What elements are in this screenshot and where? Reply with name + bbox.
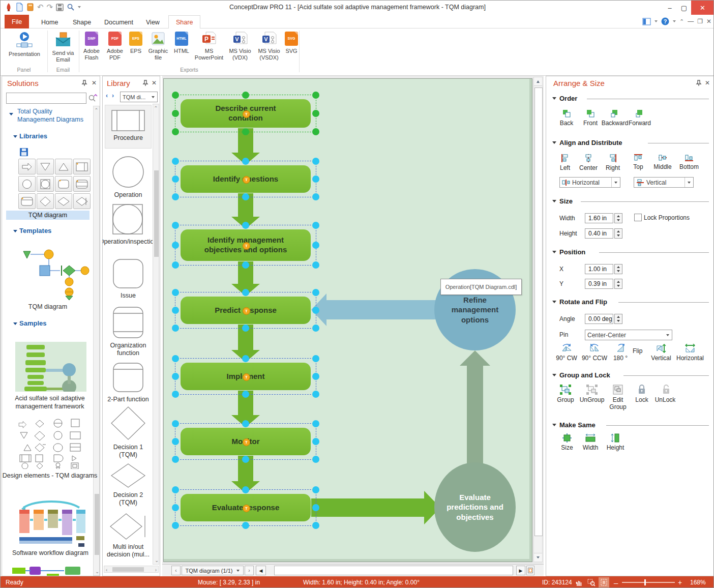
library-item-decision1[interactable]: Decision 1 (TQM) [104,406,153,459]
panel-layout-icon[interactable] [642,18,651,25]
selection-handle[interactable] [312,289,319,296]
selection-handle[interactable] [312,486,319,493]
libraries-header[interactable]: Libraries [19,132,47,140]
selection-handle[interactable] [242,456,249,463]
close-panel-icon[interactable]: ✕ [152,79,157,86]
selection-handle[interactable] [172,522,179,529]
align-top-button[interactable]: Top [629,154,648,170]
library-item-organization-function[interactable]: Organization function [104,306,153,357]
selection-handle[interactable] [172,261,179,269]
scrollbar-thumb[interactable] [534,87,543,536]
make-same-height-button[interactable]: Height [603,433,628,451]
angle-spinner[interactable] [614,314,622,324]
expander-icon[interactable] [13,322,17,325]
shape-tile-frame-icon[interactable] [73,159,91,174]
help-icon[interactable]: ? [661,17,669,25]
zoom-slider-track[interactable] [622,582,675,583]
selection-handle[interactable] [312,438,319,445]
doc-minimize-icon[interactable]: — [688,18,694,25]
tab-home[interactable]: Home [34,16,65,28]
pin-icon[interactable] [142,80,148,86]
zoom-select-icon[interactable] [587,579,596,588]
selection-handle[interactable] [312,325,319,332]
rotate-90ccw-button[interactable]: 90° CCW [580,344,609,362]
size-section-header[interactable]: Size [552,197,573,205]
text-edit-badge-icon[interactable]: T [243,373,250,381]
width-spinner[interactable] [614,213,622,223]
library-item-decision2[interactable]: Decision 2 (TQM) [104,463,153,507]
library-item-issue[interactable]: Issue [104,258,153,300]
shape-tile-triangle-up-icon[interactable] [55,159,72,174]
selection-handle[interactable] [172,110,179,117]
tab-shape[interactable]: Shape [66,16,98,28]
selection-handle[interactable] [172,438,179,445]
selection-handle[interactable] [242,289,249,296]
tab-file[interactable]: File [5,15,29,28]
selection-handle[interactable] [172,355,179,362]
align-center-button[interactable]: Center [577,154,600,171]
align-bottom-button[interactable]: Bottom [676,154,702,170]
selection-handle[interactable] [172,456,179,463]
solutions-search-icon[interactable] [87,93,98,102]
scroll-left-icon[interactable]: ◀ [256,566,266,575]
template-label[interactable]: TQM diagram [2,303,94,311]
make-same-size-button[interactable]: Size [557,433,577,451]
rotate-section-header[interactable]: Rotate and Flip [552,298,607,306]
selection-handle[interactable] [312,504,319,511]
canvas-h-scrollbar[interactable] [274,566,513,575]
refine-feedback-arrow[interactable] [326,300,444,319]
selection-handle[interactable] [312,391,319,398]
height-spinner[interactable] [614,228,622,239]
sample-software-workflow-label[interactable]: Software workflow diagram [3,549,98,557]
selection-handle[interactable] [242,325,249,332]
drawing-page[interactable]: Refine management options Evaluate predi… [163,78,532,562]
library-item-procedure[interactable]: Procedure [104,110,153,142]
selection-handle[interactable] [172,325,179,332]
distribute-vertical-dropdown[interactable]: Vertical [634,177,694,188]
expander-icon[interactable] [9,113,13,115]
scrollbar-thumb[interactable] [112,567,144,572]
flow-node-wrapper[interactable]: Identify questions T [175,161,316,197]
close-button[interactable]: ✕ [691,1,714,15]
presentation-button[interactable]: Presentation [5,32,44,57]
minimize-button[interactable]: – [663,1,677,15]
pin-icon[interactable] [696,80,702,86]
text-edit-badge-icon[interactable]: T [243,307,250,315]
scrollbar-thumb[interactable] [154,170,159,257]
selection-handle[interactable] [312,420,319,427]
library-scrollbar[interactable]: ⌃ ⌄ [153,104,159,565]
selection-handle[interactable] [172,420,179,427]
selection-handle[interactable] [172,92,179,99]
distribute-horizontal-dropdown[interactable]: Horizontal [559,177,620,188]
shape-tile-diamond2-icon[interactable] [55,193,72,209]
library-tile-tqm[interactable]: TQM diagram [6,211,90,220]
rotate-90cw-button[interactable]: 90° CW [553,344,580,362]
zoom-in-icon[interactable]: + [678,576,682,588]
sample-design-elements-label[interactable]: Design elements - TQM diagrams [2,472,98,480]
next-page-icon[interactable]: › [245,566,254,575]
doc-close-icon[interactable]: ✕ [706,18,711,25]
selection-handle[interactable] [312,222,319,229]
pin-icon[interactable] [81,80,87,86]
x-spinner[interactable] [614,264,622,274]
canvas-v-scrollbar[interactable] [533,77,543,562]
selection-handle[interactable] [242,420,249,427]
solutions-search-input[interactable] [6,93,86,104]
flow-node-wrapper[interactable]: Identify management objectives and optio… [175,225,316,266]
selection-handle[interactable] [242,355,249,362]
tab-view[interactable]: View [139,16,167,28]
tab-document[interactable]: Document [97,16,140,28]
selection-handle[interactable] [312,110,319,117]
scroll-up-icon[interactable] [534,77,542,86]
order-forward-button[interactable]: Forward [626,109,654,127]
evaluate-predictions-circle[interactable]: Evaluate predictions and objectives [434,462,516,552]
selection-handle[interactable] [172,158,179,165]
doc-restore-icon[interactable]: ❐ [697,18,703,25]
library-dropdown[interactable]: TQM di... [120,92,158,102]
selection-handle[interactable] [242,193,249,200]
position-section-header[interactable]: Position [552,248,585,256]
make-same-section-header[interactable]: Make Same [552,421,596,429]
group-button[interactable]: Group [554,385,577,403]
align-left-button[interactable]: Left [555,154,575,171]
panel-dropdown-icon[interactable] [654,20,658,22]
